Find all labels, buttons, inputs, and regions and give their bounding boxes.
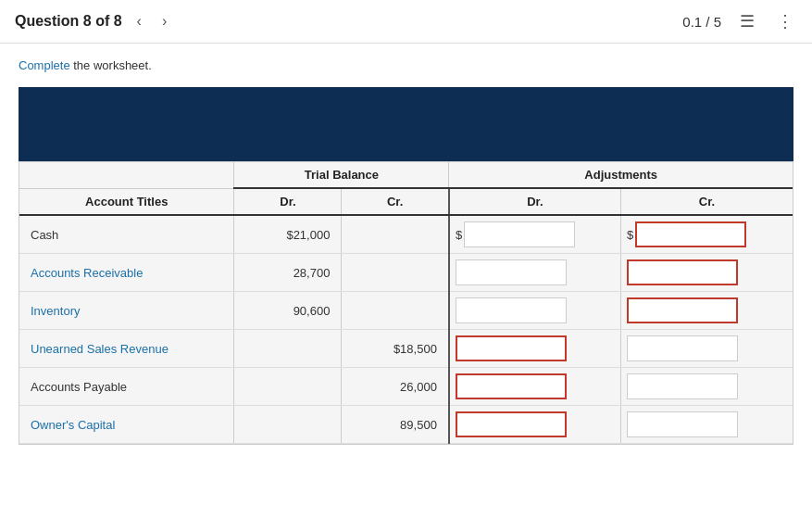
header-right: 0.1 / 5 ☰ ⋮ (682, 9, 797, 33)
question-title: Question 8 of 8 (15, 13, 122, 30)
adj-dr-cell (449, 406, 621, 444)
adjustments-header: Adjustments (449, 162, 793, 188)
tb-dr-cell: 28,700 (234, 254, 342, 292)
tb-cr-header: Cr. (342, 188, 449, 215)
adj-dr-cell: $ (449, 215, 621, 254)
adj-cr-cell (620, 330, 793, 368)
tb-dr-cell (234, 368, 342, 406)
tb-cr-cell: 89,500 (342, 406, 449, 444)
adj-dr-cell (449, 330, 621, 368)
adj-dr-cell (449, 368, 621, 406)
main-content: Complete the worksheet. Trial Balance Ad… (0, 44, 812, 460)
tb-cr-cell (342, 215, 449, 254)
adj-cr-cell (620, 292, 793, 330)
tb-dr-cell (234, 330, 342, 368)
adj-cr-input[interactable] (627, 335, 738, 361)
tb-cr-cell: 26,000 (342, 368, 449, 406)
adj-dr-header: Dr. (449, 188, 621, 215)
adj-dr-input[interactable] (456, 297, 567, 323)
tb-cr-cell: $18,500 (342, 330, 449, 368)
score-display: 0.1 / 5 (682, 14, 721, 30)
table-row: Cash$21,000$$ (19, 215, 793, 254)
adj-cr-cell: $ (620, 215, 793, 254)
instruction-rest: the worksheet. (70, 58, 152, 72)
adj-dr-input[interactable] (456, 411, 567, 437)
table-header-row1: Trial Balance Adjustments (19, 162, 793, 188)
adj-dr-cell (449, 292, 621, 330)
account-name-cell: Owner's Capital (19, 406, 234, 444)
account-titles-header (19, 162, 234, 188)
adj-dr-input[interactable] (456, 373, 567, 399)
worksheet-table: Trial Balance Adjustments Account Titles… (19, 162, 793, 444)
adj-cr-input[interactable] (627, 411, 738, 437)
account-name-cell: Accounts Receivable (19, 254, 234, 292)
account-name-cell: Cash (19, 215, 234, 254)
adj-cr-cell (620, 368, 793, 406)
account-name-cell: Inventory (19, 292, 234, 330)
prev-button[interactable]: ‹ (131, 11, 147, 32)
more-icon-button[interactable]: ⋮ (773, 9, 797, 33)
adj-dr-input[interactable] (456, 259, 567, 285)
tb-cr-cell (342, 292, 449, 330)
next-button[interactable]: › (156, 11, 172, 32)
adj-dr-cell (449, 254, 621, 292)
adj-dr-input[interactable] (456, 335, 567, 361)
adj-cr-header: Cr. (620, 188, 793, 215)
adj-cr-input[interactable] (627, 259, 738, 285)
adj-dr-input[interactable] (464, 221, 575, 247)
adj-cr-cell (620, 406, 793, 444)
tb-dr-header: Dr. (234, 188, 342, 215)
trial-balance-header: Trial Balance (234, 162, 449, 188)
tb-dr-cell: 90,600 (234, 292, 342, 330)
page-header: Question 8 of 8 ‹ › 0.1 / 5 ☰ ⋮ (0, 0, 812, 44)
dollar-sign-dr: $ (456, 228, 462, 242)
tb-dr-cell (234, 406, 342, 444)
header-left: Question 8 of 8 ‹ › (15, 11, 172, 32)
table-row: Owner's Capital89,500 (19, 406, 793, 444)
tb-cr-cell (342, 254, 449, 292)
table-row: Accounts Payable26,000 (19, 368, 793, 406)
tb-dr-cell: $21,000 (234, 215, 342, 254)
adj-cr-input[interactable] (627, 297, 738, 323)
table-row: Unearned Sales Revenue$18,500 (19, 330, 793, 368)
dollar-sign-cr: $ (627, 228, 633, 242)
list-icon-button[interactable]: ☰ (736, 9, 758, 33)
adj-cr-input[interactable] (635, 221, 746, 247)
account-name-cell: Unearned Sales Revenue (19, 330, 234, 368)
adj-cr-cell (620, 254, 793, 292)
table-row: Inventory90,600 (19, 292, 793, 330)
account-titles-subheader: Account Titles (19, 188, 234, 215)
dark-banner (19, 87, 793, 161)
table-header-row2: Account Titles Dr. Cr. Dr. Cr. (19, 188, 793, 215)
instruction-text: Complete the worksheet. (19, 58, 793, 72)
instruction-highlight: Complete (19, 58, 70, 72)
worksheet-container: Trial Balance Adjustments Account Titles… (19, 161, 793, 445)
account-name-cell: Accounts Payable (19, 368, 234, 406)
adj-cr-input[interactable] (627, 373, 738, 399)
table-row: Accounts Receivable28,700 (19, 254, 793, 292)
